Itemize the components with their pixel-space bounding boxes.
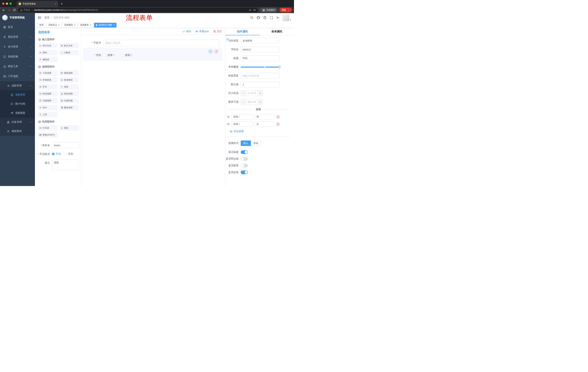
tag-close-icon[interactable]: × bbox=[90, 24, 91, 26]
status-radio-off[interactable]: 关闭 bbox=[64, 152, 73, 156]
component-type-select[interactable]: 多选框组 bbox=[241, 38, 280, 44]
palette-item-upload[interactable]: 上传 bbox=[38, 112, 57, 117]
slider-handle[interactable] bbox=[278, 66, 280, 68]
tag-process-form-edit[interactable]: 流程表单-编辑× bbox=[94, 23, 116, 28]
bookmark-star-icon[interactable] bbox=[253, 9, 256, 11]
add-option-button[interactable]: 添加选项 bbox=[225, 130, 291, 133]
palette-item-time-picker[interactable]: 时间选择 bbox=[38, 91, 57, 96]
delete-component-button[interactable] bbox=[214, 50, 218, 53]
palette-item-checkbox-group[interactable]: 多选框组 bbox=[59, 77, 79, 83]
sidebar-item-process-form[interactable]: 流程表单 bbox=[0, 90, 35, 99]
back-icon[interactable] bbox=[2, 9, 5, 12]
palette-item-cascader[interactable]: 级联选择 bbox=[59, 70, 79, 76]
link-icon-button[interactable] bbox=[226, 37, 230, 41]
palette-item-select[interactable]: 下拉选择 bbox=[38, 70, 57, 76]
palette-item-password[interactable]: 密码 bbox=[38, 50, 57, 55]
default-value-input[interactable] bbox=[241, 82, 280, 87]
help-icon[interactable] bbox=[263, 16, 266, 19]
copy-component-button[interactable] bbox=[209, 50, 212, 53]
tab-component-props[interactable]: 组件属性 bbox=[225, 28, 260, 35]
remove-option-button[interactable] bbox=[276, 115, 280, 118]
remark-textarea[interactable]: 嘿嘿 bbox=[52, 160, 79, 170]
palette-item-date-range[interactable]: 日期范围 bbox=[59, 98, 79, 103]
password-key-icon[interactable] bbox=[249, 9, 252, 11]
canvas-field-phone[interactable]: 手机号 bbox=[83, 40, 222, 46]
palette-item-slider[interactable]: 滑块 bbox=[59, 84, 79, 90]
sidebar-item-task-management[interactable]: 任务管理 bbox=[0, 117, 35, 127]
sidebar-item-system[interactable]: 系统管理 bbox=[0, 32, 35, 42]
required-toggle[interactable] bbox=[241, 170, 248, 174]
field-name-input[interactable] bbox=[241, 47, 280, 53]
palette-item-time-range[interactable]: 时间范围 bbox=[59, 91, 79, 96]
view-json-button[interactable]: 查看json bbox=[195, 30, 209, 33]
minus-button[interactable]: − bbox=[241, 99, 246, 105]
tag-process-form[interactable]: 流程表单× bbox=[78, 23, 93, 28]
tag-close-icon[interactable]: × bbox=[74, 24, 75, 26]
hamburger-icon[interactable] bbox=[38, 16, 42, 20]
option-1-label-input[interactable] bbox=[231, 114, 253, 120]
window-zoom-button[interactable] bbox=[10, 2, 12, 5]
option-2-value-input[interactable] bbox=[254, 121, 275, 127]
palette-item-textarea[interactable]: 多行文本 bbox=[59, 43, 79, 48]
max-select-value[interactable]: 最多可选 bbox=[246, 99, 258, 105]
option-style-default-button[interactable]: 默认 bbox=[241, 140, 251, 146]
status-radio-on[interactable]: 开启 bbox=[52, 152, 61, 156]
security-indicator[interactable]: 不安全 bbox=[20, 9, 30, 12]
border-toggle[interactable] bbox=[241, 157, 248, 161]
address-bar[interactable]: 不安全 dashboard.yudao.iocoder.cn/bpm/manag… bbox=[18, 8, 258, 12]
sidebar-item-process-management[interactable]: 流程管理 bbox=[0, 81, 35, 90]
tag-process-model[interactable]: 流程模型× bbox=[63, 23, 77, 28]
user-menu[interactable]: ▾ bbox=[282, 14, 291, 21]
palette-item-button[interactable]: 按钮 bbox=[59, 125, 79, 131]
show-label-toggle[interactable] bbox=[241, 150, 248, 154]
new-tab-button[interactable]: + bbox=[61, 2, 63, 5]
reload-icon[interactable] bbox=[13, 9, 16, 12]
browser-menu-icon[interactable]: ⋮ bbox=[287, 9, 290, 11]
form-grid-slider[interactable] bbox=[241, 64, 280, 70]
canvas-field-gender-selected[interactable]: 性别 选项一 选项二 bbox=[83, 48, 222, 61]
window-minimize-button[interactable] bbox=[6, 2, 8, 5]
sidebar-item-process-model[interactable]: 流程模型 bbox=[0, 108, 35, 117]
sidebar-item-user-group[interactable]: 用户分组 bbox=[0, 99, 35, 108]
title-input[interactable] bbox=[241, 55, 280, 61]
sidebar-item-infra[interactable]: 基础设施 bbox=[0, 52, 35, 62]
remove-option-button[interactable] bbox=[276, 122, 280, 126]
palette-item-color-picker[interactable]: 颜色选择 bbox=[59, 105, 79, 110]
drag-handle-icon[interactable] bbox=[227, 115, 230, 118]
sidebar-item-home[interactable]: 首页 bbox=[0, 22, 35, 32]
sidebar-item-workflow[interactable]: 工作流程 bbox=[0, 71, 35, 81]
minus-button[interactable]: − bbox=[241, 90, 246, 96]
browser-tab[interactable]: 芋道管理系统 × bbox=[17, 1, 58, 7]
palette-item-counter[interactable]: 计数器 bbox=[59, 50, 79, 55]
label-width-input[interactable] bbox=[241, 73, 280, 79]
clear-button[interactable]: 清空 bbox=[213, 30, 222, 33]
tag-home[interactable]: 首页 bbox=[37, 23, 45, 28]
window-close-button[interactable] bbox=[2, 2, 4, 5]
palette-item-editor[interactable]: 编辑器 bbox=[38, 57, 57, 62]
palette-item-radio-group[interactable]: 单选框组 bbox=[38, 77, 57, 83]
palette-item-date-picker[interactable]: 日期选择 bbox=[38, 98, 57, 103]
breadcrumb-home[interactable]: 首页 bbox=[44, 16, 50, 19]
sidebar-item-payment[interactable]: ¥ 支付管理 bbox=[0, 42, 35, 52]
phone-input[interactable] bbox=[103, 40, 220, 46]
tab-close-icon[interactable]: × bbox=[55, 2, 56, 5]
gender-option-2-checkbox[interactable]: 选项二 bbox=[121, 53, 132, 57]
palette-item-row-container[interactable]: 行容器 bbox=[38, 125, 57, 131]
sidebar-item-devtools[interactable]: 研发工具 bbox=[0, 62, 35, 71]
palette-item-table[interactable]: 表格[开发中] bbox=[38, 132, 57, 138]
palette-item-switch[interactable]: 开关 bbox=[38, 84, 57, 90]
tab-form-props[interactable]: 表单属性 bbox=[260, 28, 294, 35]
search-icon[interactable] bbox=[250, 16, 253, 19]
palette-item-rate[interactable]: 评分 bbox=[38, 105, 57, 110]
github-icon[interactable] bbox=[257, 16, 260, 19]
option-2-label-input[interactable] bbox=[231, 121, 253, 127]
tag-close-icon[interactable]: × bbox=[58, 24, 60, 26]
sidebar-item-leave-query[interactable]: 请假查询 bbox=[0, 127, 35, 136]
browser-update-button[interactable]: 更新 ⋮ bbox=[279, 8, 292, 12]
tag-process-definition[interactable]: 流程定义× bbox=[47, 23, 61, 28]
plus-button[interactable]: + bbox=[258, 90, 263, 96]
forward-icon[interactable] bbox=[8, 9, 10, 12]
gender-option-1-checkbox[interactable]: 选项一 bbox=[103, 53, 115, 57]
plus-button[interactable]: + bbox=[258, 99, 263, 105]
min-select-value[interactable]: 至少应选 bbox=[246, 90, 258, 96]
